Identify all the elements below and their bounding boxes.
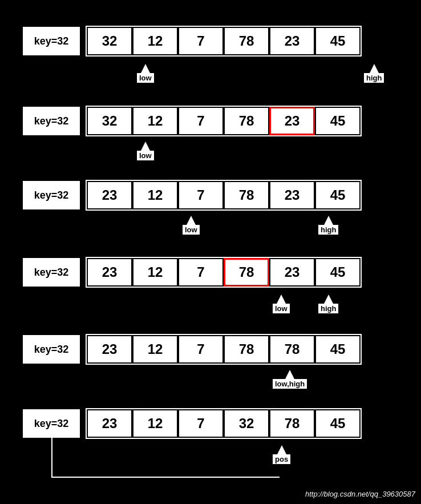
cell-r5-5: 45 bbox=[315, 335, 361, 364]
cell-r6-5: 45 bbox=[315, 409, 361, 438]
cell-r3-5: 45 bbox=[315, 181, 361, 209]
row3: key=32 23 12 7 78 23 45 bbox=[23, 180, 362, 211]
cell-r5-3: 78 bbox=[224, 335, 269, 364]
cell-r1-4: 23 bbox=[269, 27, 315, 55]
arrow-row3-high: high bbox=[318, 216, 338, 235]
cell-r5-2: 7 bbox=[178, 335, 224, 364]
pos-label: pos bbox=[273, 454, 290, 464]
cell-r1-3: 78 bbox=[224, 27, 269, 55]
arrow-row4-low: low bbox=[273, 295, 290, 313]
arrow-up-icon bbox=[187, 216, 196, 225]
diagram: key=32 32 12 7 78 23 45 low high key=32 … bbox=[0, 0, 421, 504]
row1-key: key=32 bbox=[23, 27, 80, 55]
arrow-row2-low: low bbox=[137, 142, 154, 160]
low-label: low bbox=[137, 151, 154, 160]
cell-r3-0: 23 bbox=[87, 181, 132, 209]
footer-horizontal-line bbox=[51, 477, 280, 478]
arrow-up-icon bbox=[277, 445, 286, 454]
cell-r4-1: 12 bbox=[132, 258, 178, 287]
row4-key: key=32 bbox=[23, 258, 80, 287]
cell-r6-0: 23 bbox=[87, 409, 132, 438]
cell-r3-4: 23 bbox=[269, 181, 315, 209]
cell-r1-0: 32 bbox=[87, 27, 132, 55]
cell-r4-5: 45 bbox=[315, 258, 361, 287]
cell-r2-3: 78 bbox=[224, 107, 269, 135]
cell-r2-4-highlight: 23 bbox=[269, 107, 315, 135]
cell-r6-4: 78 bbox=[269, 409, 315, 438]
high-label: high bbox=[364, 73, 384, 83]
row6-key: key=32 bbox=[23, 409, 80, 438]
cell-r3-3: 78 bbox=[224, 181, 269, 209]
arrow-row5-lowhigh: low,high bbox=[273, 370, 307, 389]
row2-array: 32 12 7 78 23 45 bbox=[86, 106, 362, 136]
row6: key=32 23 12 7 32 78 45 bbox=[23, 408, 362, 439]
high-label: high bbox=[318, 304, 338, 313]
arrow-up-icon bbox=[324, 295, 333, 304]
cell-r2-2: 7 bbox=[178, 107, 224, 135]
cell-r4-3-highlight: 78 bbox=[224, 258, 269, 287]
arrow-up-icon bbox=[370, 64, 379, 73]
arrow-up-icon bbox=[324, 216, 333, 225]
cell-r6-2: 7 bbox=[178, 409, 224, 438]
row4-array: 23 12 7 78 23 45 bbox=[86, 257, 362, 288]
arrow-row6-pos: pos bbox=[273, 445, 290, 464]
cell-r2-1: 12 bbox=[132, 107, 178, 135]
row5: key=32 23 12 7 78 78 45 bbox=[23, 334, 362, 365]
cell-r5-0: 23 bbox=[87, 335, 132, 364]
cell-r6-1: 12 bbox=[132, 409, 178, 438]
arrow-row1-low: low bbox=[137, 64, 154, 83]
cell-r4-2: 7 bbox=[178, 258, 224, 287]
row1: key=32 32 12 7 78 23 45 bbox=[23, 26, 362, 57]
cell-r1-5: 45 bbox=[315, 27, 361, 55]
cell-r5-1: 12 bbox=[132, 335, 178, 364]
row6-array: 23 12 7 32 78 45 bbox=[86, 408, 362, 439]
row1-array: 32 12 7 78 23 45 bbox=[86, 26, 362, 57]
cell-r5-4: 78 bbox=[269, 335, 315, 364]
cell-r1-1: 12 bbox=[132, 27, 178, 55]
low-label: low bbox=[183, 225, 200, 235]
cell-r2-5: 45 bbox=[315, 107, 361, 135]
cell-r4-4: 23 bbox=[269, 258, 315, 287]
watermark: http://blog.csdn.net/qq_39630587 bbox=[305, 490, 415, 498]
low-label: low bbox=[273, 304, 290, 313]
arrow-row4-high: high bbox=[318, 295, 338, 313]
row2: key=32 32 12 7 78 23 45 bbox=[23, 106, 362, 136]
row4: key=32 23 12 7 78 23 45 bbox=[23, 257, 362, 288]
low-label: low bbox=[137, 73, 154, 83]
cell-r4-0: 23 bbox=[87, 258, 132, 287]
arrow-row3-low: low bbox=[183, 216, 200, 235]
footer-vertical-line bbox=[51, 437, 52, 477]
high-label: high bbox=[318, 225, 338, 235]
cell-r3-2: 7 bbox=[178, 181, 224, 209]
arrow-up-icon bbox=[141, 142, 150, 151]
cell-r1-2: 7 bbox=[178, 27, 224, 55]
row5-key: key=32 bbox=[23, 335, 80, 364]
cell-r3-1: 12 bbox=[132, 181, 178, 209]
cell-r2-0: 32 bbox=[87, 107, 132, 135]
row2-key: key=32 bbox=[23, 107, 80, 135]
cell-r6-3: 32 bbox=[224, 409, 269, 438]
lowhigh-label: low,high bbox=[273, 379, 307, 389]
arrow-up-icon bbox=[141, 64, 150, 73]
row5-array: 23 12 7 78 78 45 bbox=[86, 334, 362, 365]
arrow-up-icon bbox=[285, 370, 294, 379]
row3-key: key=32 bbox=[23, 181, 80, 209]
row3-array: 23 12 7 78 23 45 bbox=[86, 180, 362, 211]
arrow-up-icon bbox=[277, 295, 286, 304]
arrow-row1-high: high bbox=[364, 64, 384, 83]
